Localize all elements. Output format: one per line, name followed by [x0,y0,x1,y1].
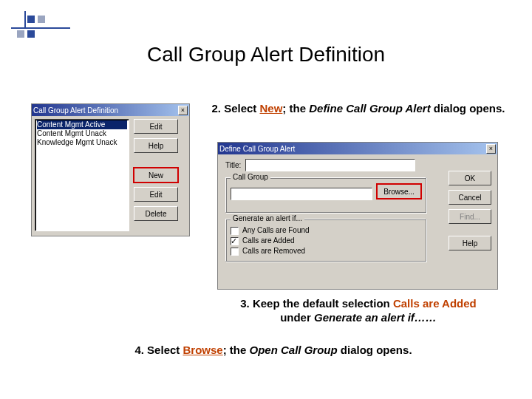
cancel-button[interactable]: Cancel [449,190,491,205]
list-item[interactable]: Content Mgmt Unack [37,129,127,138]
help-button[interactable]: Help [134,138,178,153]
dlg1-titlebar: Call Group Alert Definition × [32,104,189,116]
checkbox-icon[interactable] [231,227,239,235]
define-call-group-alert-dialog: Define Call Group Alert × Title: Call Gr… [217,142,498,290]
opt-removed-label: Calls are Removed [242,246,305,256]
step-4-prefix: 4. Select [134,344,183,356]
edit-button[interactable]: Edit [134,119,178,134]
step-4-em: Open Call Group [250,344,338,356]
opt-added-row[interactable]: Calls are Added [231,236,421,246]
step-3-prefix: 3. Keep the default selection [240,297,393,310]
call-group-alert-definition-dialog: Call Group Alert Definition × Content Mg… [31,103,190,236]
step-3-mid: under [280,311,314,324]
list-item[interactable]: Content Mgmt Active [37,120,127,129]
step-2-em: Define Call Group Alert [309,102,430,115]
step-2-suffix: dialog opens. [431,102,505,115]
checkbox-icon[interactable] [231,248,239,256]
ok-button[interactable]: OK [449,171,491,185]
new-button[interactable]: New [134,168,178,183]
step-4-text: 4. Select Browse; the Open Call Group di… [44,344,502,358]
step-3-em: Generate an alert if…… [314,311,437,324]
step-4-key: Browse [183,344,222,356]
close-icon[interactable]: × [486,144,496,154]
call-group-label: Call Group [231,173,270,181]
dlg2-titlebar: Define Call Group Alert × [218,143,497,154]
opt-added-label: Calls are Added [242,236,295,246]
title-label: Title: [225,161,241,169]
opt-any-label: Any Calls are Found [242,225,310,236]
dlg2-title: Define Call Group Alert [219,145,295,153]
browse-button[interactable]: Browse... [377,184,421,199]
call-group-input[interactable] [231,188,372,200]
find-button[interactable]: Find... [449,209,491,224]
step-3-text: 3. Keep the default selection Calls are … [203,297,514,325]
generate-alert-label: Generate an alert if... [231,214,304,222]
title-input[interactable] [245,159,415,171]
delete-button[interactable]: Delete [134,206,178,221]
step-4-suffix: dialog opens. [338,344,412,356]
close-icon[interactable]: × [178,106,188,115]
step-2-prefix: 2. Select [211,102,259,115]
list-item[interactable]: Knowledge Mgmt Unack [37,138,127,147]
checkbox-icon[interactable] [231,237,239,245]
step-2-mid: ; the [282,102,309,115]
step-2-key: New [260,102,283,115]
edit2-button[interactable]: Edit [134,187,178,202]
opt-any-row[interactable]: Any Calls are Found [231,225,421,236]
step-3-key: Calls are Added [393,297,477,310]
page-title: Call Group Alert Definition [0,43,532,66]
dlg1-title: Call Group Alert Definition [33,106,118,115]
step-2-text: 2. Select New; the Define Call Group Ale… [203,102,514,116]
alert-listbox[interactable]: Content Mgmt Active Content Mgmt Unack K… [35,119,129,231]
opt-removed-row[interactable]: Calls are Removed [231,246,421,256]
help-button[interactable]: Help [449,236,491,250]
step-4-mid: ; the [223,344,250,356]
